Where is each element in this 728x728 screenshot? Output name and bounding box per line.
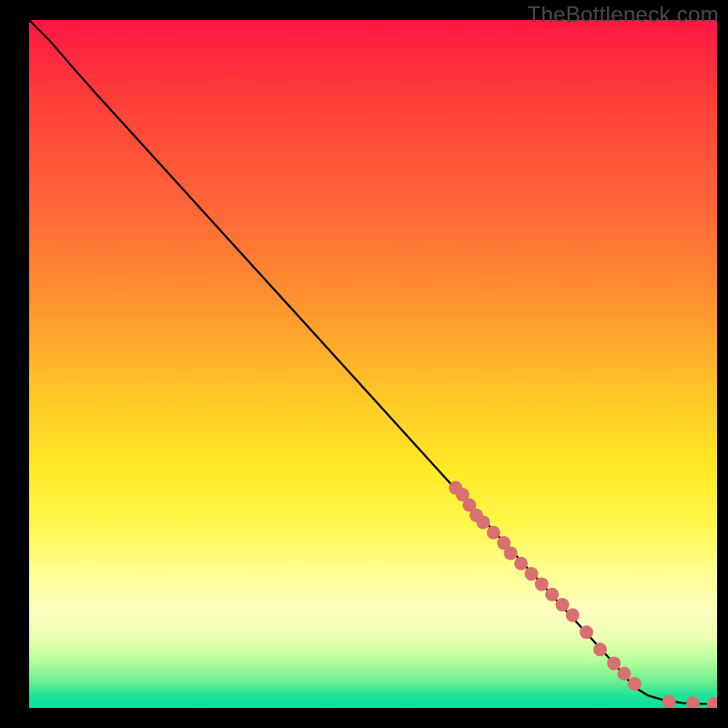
data-point: [662, 695, 676, 708]
data-point: [566, 608, 580, 622]
data-point: [607, 656, 621, 670]
data-point: [504, 546, 518, 560]
data-point: [487, 526, 500, 540]
data-point: [580, 625, 593, 639]
plot-area: [29, 20, 717, 708]
chart-frame: TheBottleneck.com: [0, 0, 728, 728]
data-point: [477, 515, 490, 529]
chart-svg: [29, 20, 717, 708]
data-point: [628, 677, 642, 691]
data-points-group: [449, 481, 717, 708]
data-point: [707, 697, 717, 708]
data-point: [514, 557, 528, 571]
bottleneck-curve: [29, 20, 717, 704]
data-point: [545, 588, 559, 602]
data-point: [535, 577, 549, 591]
data-point: [555, 598, 569, 612]
data-point: [593, 642, 607, 656]
data-point: [617, 667, 631, 681]
data-point: [524, 567, 538, 581]
data-point: [686, 696, 700, 708]
watermark-text: TheBottleneck.com: [527, 2, 719, 27]
